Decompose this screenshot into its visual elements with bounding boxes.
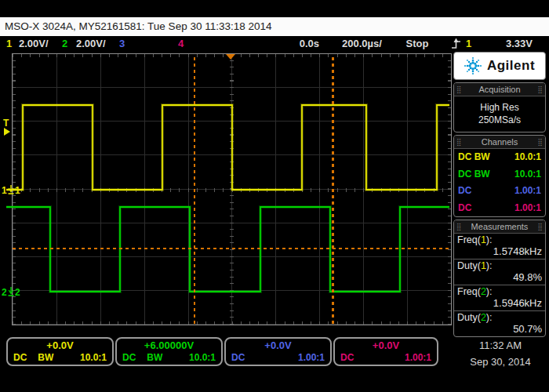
measurement-row: Freq(1): 1.5748kHz [454, 234, 545, 259]
ch2-coupling: DC BW [458, 166, 490, 183]
grip-icon [537, 139, 543, 146]
clock-date: Sep 30, 2014 [456, 356, 544, 368]
graticule [12, 53, 452, 325]
ch2-offset: +6.00000V [117, 339, 221, 352]
ch1-number: 1 [6, 36, 12, 52]
ch2-coupling-label: DC [122, 352, 136, 363]
channel-row-3: DC 1.00:1 [454, 183, 545, 200]
ticks-center-vertical [230, 54, 234, 325]
cursor-vertical-2 [332, 54, 334, 324]
ch2-scale: 2.00V/ [76, 36, 106, 52]
ch3-number: 3 [119, 36, 125, 52]
ch2-settings-box: +6.00000V DC BW 10.0:1 [115, 337, 223, 366]
ch1-offset: +0.0V [8, 339, 112, 352]
ch4-coupling-label: DC [340, 352, 354, 363]
ch2-probe-label: 10.0:1 [189, 352, 216, 363]
meas1-label-end: ): [486, 234, 493, 245]
meas2-channel: 1 [481, 260, 486, 271]
measurements-panel: Measurements Freq(1): 1.5748kHz Duty(1):… [453, 220, 546, 337]
meas4-value: 50.7% [457, 323, 542, 335]
ch3-probe-label: 1.00:1 [298, 352, 325, 363]
acquisition-title: Acquisition [462, 83, 538, 96]
acquisition-mode: High Res [454, 101, 545, 114]
horizontal-delay: 0.0s [274, 36, 319, 52]
sample-rate: 250MSa/s [454, 114, 545, 126]
channels-header: Channels [454, 136, 545, 149]
ch1-coupling-label: DC [13, 352, 27, 363]
ticks-right [448, 54, 451, 325]
datetime-block: 11:32 AM Sep 30, 2014 [456, 339, 544, 368]
ch1-bw-label: BW [38, 352, 53, 363]
ch3-coupling-label: DC [231, 352, 245, 363]
meas2-value: 49.8% [457, 271, 542, 283]
ch2-ground-marker: 2 [2, 287, 14, 297]
brand-box: Agilent [453, 52, 546, 80]
trigger-level-value: 3.33V [489, 36, 533, 52]
measurement-row: Freq(2): 1.5946kHz [454, 285, 545, 310]
trigger-level-marker: T [3, 118, 10, 136]
ch1-probe: 10.0:1 [514, 149, 541, 166]
ch4-probe-label: 1.00:1 [405, 352, 431, 363]
meas1-value: 1.5748kHz [457, 245, 542, 257]
grip-icon [537, 223, 543, 230]
brand-name: Agilent [487, 58, 535, 74]
clock-time: 11:32 AM [456, 339, 544, 351]
ch4-coupling: DC [458, 200, 471, 217]
ch4-probe: 1.00:1 [514, 200, 541, 217]
meas2-label: Duty( [457, 260, 481, 271]
ch2-reference-label: 2 [15, 287, 20, 298]
cursor-horizontal-1 [13, 248, 450, 249]
ch2-number: 2 [62, 36, 67, 52]
trigger-arrow-icon [4, 128, 10, 136]
meas3-label-end: ): [486, 286, 493, 297]
ch1-reference-label: 1 [15, 185, 20, 196]
channel-row-2: DC BW 10.0:1 [454, 166, 545, 183]
ch3-settings-box: +0.0V DC 1.00:1 [224, 337, 332, 366]
status-bar: 1 2.00V/ 2 2.00V/ 3 4 0.0s 200.0µs/ Stop… [0, 36, 549, 52]
ch2-bw-label: BW [147, 352, 162, 363]
grip-icon [456, 86, 462, 93]
meas4-channel: 2 [481, 312, 486, 323]
meas1-label: Freq( [457, 234, 481, 245]
ch4-number: 4 [178, 36, 184, 52]
ch1-settings-box: +0.0V DC BW 10.0:1 [6, 337, 114, 366]
timebase: 200.0µs/ [342, 36, 382, 52]
grip-icon [456, 223, 462, 230]
instrument-title: MSO-X 3024A, MY52161581: Tue Sep 30 11:3… [0, 17, 549, 36]
run-state: Stop [400, 36, 434, 52]
agilent-logo-icon [464, 57, 482, 74]
channels-panel: Channels DC BW 10.0:1 DC BW 10.0:1 DC 1.… [453, 135, 546, 217]
ch1-ground-marker: 1 [2, 185, 14, 195]
channel-row-4: DC 1.00:1 [454, 200, 545, 217]
channels-title: Channels [462, 136, 538, 148]
ch1-ground-number: 1 [2, 186, 7, 195]
acquisition-header: Acquisition [454, 83, 545, 96]
meas3-value: 1.5946kHz [457, 297, 542, 309]
ch3-probe: 1.00:1 [514, 183, 541, 200]
meas3-label: Freq( [457, 286, 481, 297]
meas2-label-end: ): [486, 260, 493, 271]
meas4-label-end: ): [486, 312, 493, 323]
channel-row-1: DC BW 10.0:1 [454, 149, 545, 166]
measurement-row: Duty(1): 49.8% [454, 259, 545, 285]
ch2-probe: 10.0:1 [514, 166, 541, 183]
meas3-channel: 2 [481, 286, 486, 297]
ground-icon [8, 185, 14, 195]
ch4-offset: +0.0V [335, 339, 437, 352]
meas4-label: Duty( [457, 312, 481, 323]
measurements-header: Measurements [454, 220, 545, 234]
meas1-channel: 1 [481, 234, 486, 245]
trigger-source: 1 [466, 36, 471, 52]
trigger-time-marker-icon [226, 54, 235, 60]
grip-icon [456, 139, 462, 146]
sidebar: Agilent Acquisition High Res 250MSa/s Ch… [453, 52, 546, 339]
measurements-title: Measurements [462, 220, 538, 233]
ch4-settings-box: +0.0V DC 1.00:1 [333, 337, 438, 366]
ch3-offset: +0.0V [226, 339, 330, 352]
ch1-scale: 2.00V/ [19, 36, 49, 52]
ch2-ground-number: 2 [2, 288, 7, 297]
cursor-vertical-1 [194, 54, 195, 324]
ch1-probe-label: 10.0:1 [80, 352, 107, 363]
acquisition-panel: Acquisition High Res 250MSa/s [453, 82, 546, 132]
ground-icon [8, 287, 14, 297]
